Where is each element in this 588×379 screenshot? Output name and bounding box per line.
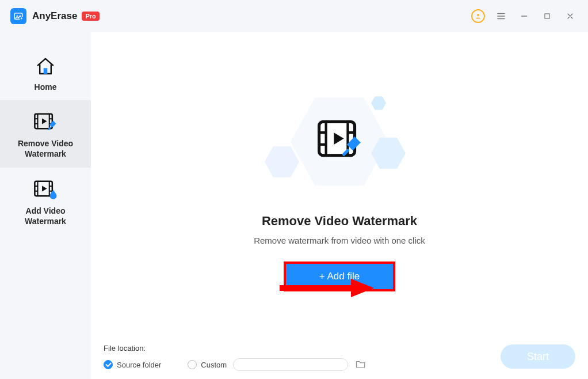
- pro-badge: Pro: [82, 12, 99, 21]
- sidebar: Home Remove Video Watermark: [0, 32, 91, 379]
- annotation-highlight: + Add file: [284, 261, 395, 291]
- add-file-button[interactable]: + Add file: [286, 264, 393, 289]
- video-watermark-icon: [314, 116, 364, 165]
- radio-label: Source folder: [117, 361, 161, 369]
- close-button[interactable]: [563, 9, 578, 24]
- page-subtitle: Remove watermark from video with one cli…: [254, 236, 425, 245]
- nav-label: Add Video Watermark: [3, 206, 87, 226]
- app-logo: [10, 8, 26, 24]
- avatar-icon: [471, 9, 485, 23]
- hero-illustration: [259, 93, 420, 208]
- radio-label: Custom: [201, 361, 227, 369]
- radio-checked-icon: [104, 360, 113, 369]
- svg-rect-5: [44, 68, 48, 74]
- folder-icon: [356, 359, 366, 369]
- nav-item-add-video-watermark[interactable]: Add Video Watermark: [0, 168, 91, 234]
- main-panel: Remove Video Watermark Remove watermark …: [91, 32, 588, 379]
- nav-item-remove-video-watermark[interactable]: Remove Video Watermark: [0, 100, 91, 167]
- nav-item-home[interactable]: Home: [0, 44, 91, 100]
- maximize-button[interactable]: [540, 9, 555, 24]
- svg-rect-4: [545, 14, 549, 18]
- browse-folder-button[interactable]: [356, 359, 366, 370]
- menu-button[interactable]: [494, 9, 509, 24]
- close-icon: [566, 12, 575, 21]
- radio-unchecked-icon: [188, 360, 197, 369]
- video-drop-icon: [3, 178, 87, 202]
- svg-point-3: [477, 14, 479, 16]
- account-button[interactable]: [471, 9, 486, 24]
- radio-source-folder[interactable]: Source folder: [104, 360, 161, 369]
- nav-label: Remove Video Watermark: [3, 138, 87, 159]
- home-icon: [3, 54, 87, 78]
- custom-path-input[interactable]: [233, 358, 348, 371]
- titlebar: AnyErase Pro: [0, 0, 588, 32]
- hamburger-icon: [496, 11, 506, 21]
- app-title: AnyErase: [32, 10, 77, 22]
- maximize-icon: [543, 12, 551, 20]
- page-title: Remove Video Watermark: [262, 214, 417, 229]
- minimize-icon: [520, 12, 529, 21]
- radio-custom[interactable]: Custom: [188, 358, 366, 371]
- bottom-bar: File location: Source folder Custom: [91, 344, 588, 379]
- nav-label: Home: [3, 82, 87, 92]
- minimize-button[interactable]: [517, 9, 532, 24]
- video-erase-icon: [3, 111, 87, 135]
- start-button[interactable]: Start: [501, 344, 575, 369]
